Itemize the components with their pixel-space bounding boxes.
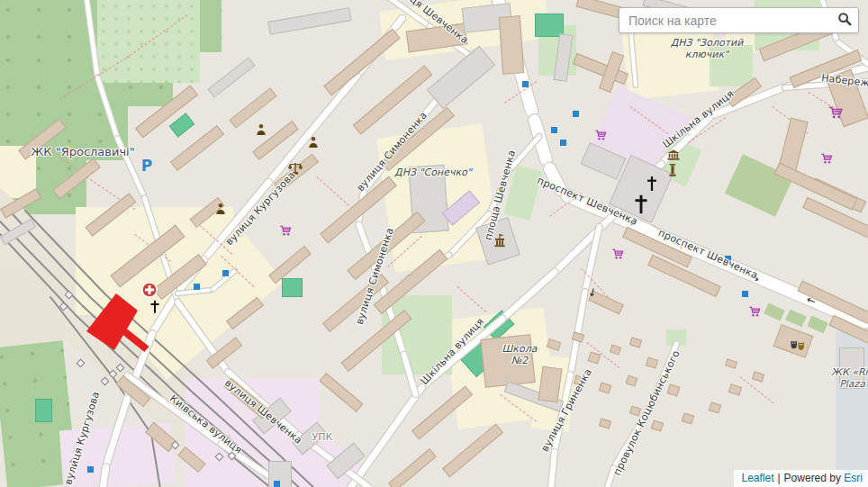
road-vulytsia-kurhuzova: [267, 71, 362, 183]
bus-stop-marker: [742, 291, 748, 297]
landuse-area: [0, 270, 63, 353]
selected-building-marker[interactable]: [67, 266, 157, 361]
building: [480, 334, 535, 388]
building: [682, 412, 695, 424]
building: [667, 383, 681, 396]
leaflet-link[interactable]: Leaflet: [741, 472, 773, 484]
townhall-icon: [493, 234, 506, 248]
green-area: [807, 315, 828, 333]
building: [229, 87, 276, 128]
building: [323, 28, 401, 95]
cart-icon: [749, 306, 761, 318]
building: [651, 419, 665, 431]
building: [599, 418, 611, 428]
search-icon: [837, 12, 852, 29]
parking-icon: P: [141, 166, 152, 167]
building: [427, 46, 495, 109]
building: [599, 382, 612, 393]
building: [267, 7, 351, 35]
building: [442, 423, 503, 477]
map-search-control: [619, 7, 859, 33]
bus-stop-marker: [560, 140, 566, 146]
bus-stop-marker: [573, 111, 579, 117]
building: [353, 65, 433, 135]
building: [646, 356, 659, 368]
building: [629, 337, 642, 347]
building: [626, 375, 638, 387]
search-button[interactable]: [831, 8, 858, 32]
powered-by-text: Powered by: [784, 472, 841, 484]
map-canvas[interactable]: P→←→←↓вулиця Кургузовавулиця Кургузоваву…: [0, 0, 868, 487]
footpath: [457, 286, 486, 312]
theater-icon: [791, 340, 806, 352]
building: [610, 345, 621, 356]
scales-icon: [288, 162, 303, 175]
bus-stop-marker: [522, 81, 529, 87]
bus-stop-marker: [87, 466, 94, 473]
green-area: [710, 45, 753, 86]
building: [499, 15, 524, 75]
building: [574, 374, 587, 386]
cart-icon: [595, 130, 607, 141]
building: [319, 373, 363, 412]
building: [725, 358, 737, 368]
sports-pitch: [169, 113, 195, 137]
map-app-window: P→←→←↓вулиця Кургузовавулиця Кургузоваву…: [0, 0, 868, 487]
road-prospekt-shevchenka: [527, 113, 553, 167]
road-vulytsia-hrynenka: [548, 449, 557, 487]
cart-icon: [828, 105, 843, 120]
person-icon: [308, 137, 320, 149]
cart-icon: [612, 248, 624, 260]
cross-icon: [634, 195, 648, 214]
bus-stop-marker: [274, 481, 280, 487]
cross-icon: [646, 176, 657, 191]
cart-icon: [821, 153, 833, 165]
building: [839, 347, 864, 389]
building: [588, 351, 601, 364]
attribution-separator: |: [777, 472, 780, 484]
building: [728, 383, 742, 396]
attribution-bar: Leaflet|Powered by Esri: [734, 470, 868, 487]
footpath: [316, 176, 349, 206]
bus-stop-marker: [194, 284, 200, 290]
person-icon: [256, 124, 267, 136]
person-icon: [215, 203, 227, 215]
road-vulytsia-hrynenka: [568, 289, 588, 374]
sports-pitch: [35, 399, 52, 422]
search-input[interactable]: [619, 14, 831, 28]
building: [207, 57, 255, 97]
column-icon: [669, 164, 676, 176]
cart-icon: [280, 225, 292, 237]
building: [709, 401, 722, 413]
sports-pitch: [282, 278, 303, 297]
bus-stop-marker: [222, 270, 229, 276]
road-provulok-kotsiubynskoho: [604, 464, 616, 487]
building: [268, 461, 292, 487]
museum-icon: [667, 149, 681, 160]
green-area: [764, 302, 785, 320]
building: [752, 371, 764, 382]
bus-stop-marker: [551, 127, 557, 133]
building: [629, 406, 641, 417]
bus-stop-marker: [725, 256, 731, 262]
green-area: [785, 309, 807, 327]
esri-link[interactable]: Esri: [844, 472, 863, 484]
building: [388, 448, 437, 487]
